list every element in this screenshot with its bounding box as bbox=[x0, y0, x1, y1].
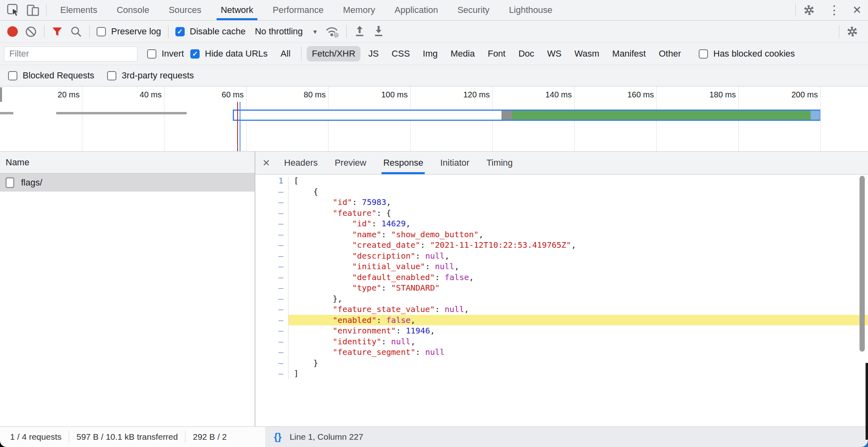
source-text: { bbox=[289, 186, 868, 197]
filter-type-css[interactable]: CSS bbox=[386, 46, 415, 61]
filter-type-ws[interactable]: WS bbox=[542, 46, 567, 61]
detail-tab-timing[interactable]: Timing bbox=[478, 152, 521, 174]
tab-elements[interactable]: Elements bbox=[51, 0, 107, 20]
source-text: } bbox=[289, 358, 868, 369]
code-line: – }, bbox=[255, 293, 868, 304]
detail-tab-initiator[interactable]: Initiator bbox=[432, 152, 478, 174]
invert-checkbox-box[interactable] bbox=[147, 49, 156, 59]
hide-data-urls-checkbox-box[interactable] bbox=[190, 49, 200, 59]
invert-checkbox[interactable]: Invert bbox=[147, 48, 184, 59]
blocked-requests-checkbox-box[interactable] bbox=[8, 71, 17, 80]
close-detail-icon[interactable]: ✕ bbox=[257, 158, 276, 169]
filter-type-other[interactable]: Other bbox=[653, 46, 686, 61]
detail-tab-headers[interactable]: Headers bbox=[276, 152, 326, 174]
blocked-requests-checkbox[interactable]: Blocked Requests bbox=[8, 70, 94, 81]
timeline-tick-label: 140 ms bbox=[514, 90, 572, 99]
clear-network-log-icon[interactable] bbox=[25, 25, 37, 38]
close-devtools-icon[interactable]: ✕ bbox=[846, 4, 868, 17]
transferred-size: 597 B / 10.1 kB transferred bbox=[76, 432, 178, 442]
third-party-requests-checkbox[interactable]: 3rd-party requests bbox=[107, 70, 194, 81]
detail-tab-response[interactable]: Response bbox=[375, 152, 432, 174]
tab-console[interactable]: Console bbox=[107, 0, 159, 20]
pretty-print-icon[interactable]: {} bbox=[274, 431, 282, 443]
window-corner-bottom-right bbox=[861, 440, 868, 447]
import-har-icon[interactable] bbox=[354, 25, 366, 38]
more-options-kebab-icon[interactable]: ⋮ bbox=[822, 4, 846, 16]
tab-application[interactable]: Application bbox=[385, 0, 448, 20]
summary-divider bbox=[185, 431, 185, 443]
dom-content-loaded-event-line bbox=[237, 102, 238, 151]
response-source-viewer[interactable]: 1[– {– "id": 75983,– "feature": {– "id":… bbox=[255, 175, 868, 426]
timeline-tick-label: 80 ms bbox=[268, 90, 326, 99]
line-number: – bbox=[255, 304, 289, 315]
timeline-grid-line bbox=[164, 86, 164, 151]
source-text: "name": "show_demo_button", bbox=[289, 229, 868, 240]
tab-sources[interactable]: Sources bbox=[159, 0, 211, 20]
has-blocked-cookies-label: Has blocked cookies bbox=[713, 48, 795, 59]
record-network-log-button[interactable] bbox=[7, 26, 18, 37]
code-line: –] bbox=[255, 368, 868, 379]
filter-type-media[interactable]: Media bbox=[445, 46, 480, 61]
timeline-tick-label: 160 ms bbox=[596, 90, 654, 99]
filter-type-fetch-xhr[interactable]: Fetch/XHR bbox=[307, 46, 361, 61]
has-blocked-cookies-checkbox[interactable]: Has blocked cookies bbox=[699, 48, 795, 59]
throttling-select[interactable]: No throttling ▼ bbox=[255, 26, 318, 37]
detail-tabs: HeadersPreviewResponseInitiatorTiming bbox=[276, 152, 521, 174]
disable-cache-checkbox-box[interactable] bbox=[175, 27, 185, 36]
chevron-down-icon: ▼ bbox=[312, 28, 318, 35]
inspect-element-icon[interactable] bbox=[6, 3, 20, 17]
third-party-requests-label: 3rd-party requests bbox=[122, 70, 194, 81]
tab-network[interactable]: Network bbox=[211, 0, 263, 20]
export-har-icon[interactable] bbox=[373, 25, 385, 38]
filter-type-font[interactable]: Font bbox=[482, 46, 511, 61]
detail-tabbar: ✕ HeadersPreviewResponseInitiatorTiming bbox=[255, 152, 868, 175]
source-text: }, bbox=[289, 293, 868, 304]
line-number: – bbox=[255, 251, 289, 261]
filter-type-all[interactable]: All bbox=[275, 46, 295, 61]
third-party-requests-checkbox-box[interactable] bbox=[107, 71, 116, 80]
network-conditions-icon[interactable] bbox=[325, 25, 339, 38]
requests-name-header[interactable]: Name bbox=[0, 152, 255, 173]
toolbar-divider bbox=[346, 25, 347, 38]
filter-type-img[interactable]: Img bbox=[417, 46, 443, 61]
devtools-window: ElementsConsoleSourcesNetworkPerformance… bbox=[0, 0, 868, 447]
tab-performance[interactable]: Performance bbox=[263, 0, 333, 20]
device-toolbar-icon[interactable] bbox=[26, 3, 40, 17]
toolbar-divider bbox=[46, 4, 46, 17]
tab-security[interactable]: Security bbox=[448, 0, 499, 20]
source-text: "description": null, bbox=[289, 251, 868, 261]
filter-type-doc[interactable]: Doc bbox=[513, 46, 539, 61]
filter-input[interactable] bbox=[4, 46, 137, 61]
tab-lighthouse[interactable]: Lighthouse bbox=[499, 0, 562, 20]
disable-cache-checkbox[interactable]: Disable cache bbox=[175, 26, 246, 37]
network-overview-band[interactable]: 20 ms40 ms60 ms80 ms100 ms120 ms140 ms16… bbox=[0, 86, 868, 152]
search-icon[interactable] bbox=[70, 25, 82, 38]
filter-funnel-icon[interactable] bbox=[51, 26, 63, 38]
request-row-flags[interactable]: flags/ bbox=[0, 173, 255, 192]
vertical-scrollbar[interactable] bbox=[860, 176, 865, 352]
code-line: – "description": null, bbox=[255, 251, 868, 261]
throttling-value: No throttling bbox=[255, 26, 303, 37]
disable-cache-label: Disable cache bbox=[190, 26, 246, 37]
requests-panel: Name flags/ bbox=[0, 152, 255, 426]
code-line: 1[ bbox=[255, 175, 868, 186]
filter-type-manifest[interactable]: Manifest bbox=[607, 46, 651, 61]
preserve-log-checkbox-box[interactable] bbox=[97, 27, 106, 36]
filter-type-js[interactable]: JS bbox=[363, 46, 384, 61]
filter-type-wasm[interactable]: Wasm bbox=[569, 46, 605, 61]
line-number: – bbox=[255, 186, 289, 197]
source-status: {} Line 1, Column 227 bbox=[265, 427, 868, 447]
timeline-tick-label: 20 ms bbox=[21, 90, 80, 99]
hide-data-urls-checkbox[interactable]: Hide data URLs bbox=[190, 48, 268, 59]
source-text: "id": 14629, bbox=[289, 218, 868, 229]
has-blocked-cookies-checkbox-box[interactable] bbox=[699, 49, 708, 59]
cursor-position: Line 1, Column 227 bbox=[290, 432, 363, 442]
line-number: 1 bbox=[255, 175, 289, 186]
main-tabs: ElementsConsoleSourcesNetworkPerformance… bbox=[51, 0, 562, 20]
source-text: "type": "STANDARD" bbox=[289, 283, 868, 293]
tab-memory[interactable]: Memory bbox=[333, 0, 385, 20]
settings-gear-icon[interactable] bbox=[796, 4, 822, 16]
detail-tab-preview[interactable]: Preview bbox=[326, 152, 375, 174]
preserve-log-checkbox[interactable]: Preserve log bbox=[97, 26, 161, 37]
network-settings-gear-icon[interactable] bbox=[846, 25, 858, 38]
